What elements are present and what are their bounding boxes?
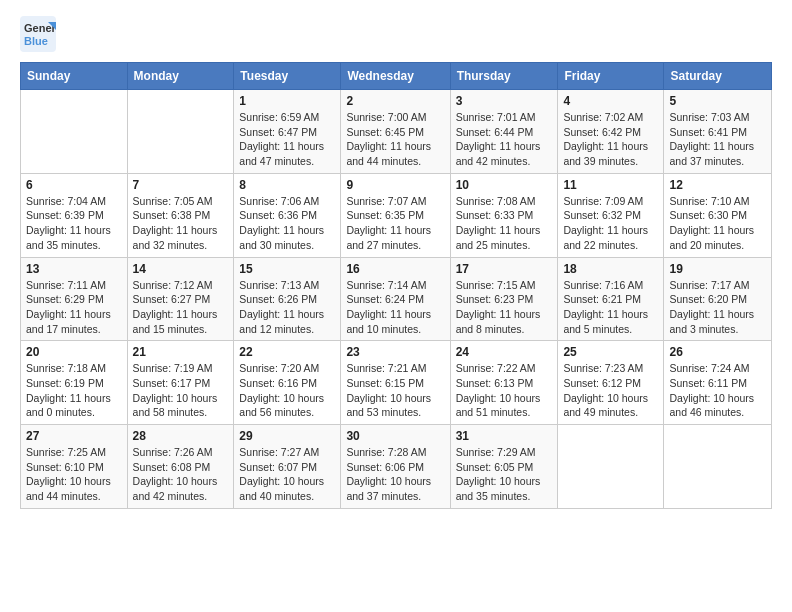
- col-saturday: Saturday: [664, 63, 772, 90]
- calendar-cell: 19Sunrise: 7:17 AMSunset: 6:20 PMDayligh…: [664, 257, 772, 341]
- day-number: 1: [239, 94, 335, 108]
- calendar-cell: 1Sunrise: 6:59 AMSunset: 6:47 PMDaylight…: [234, 90, 341, 174]
- day-number: 15: [239, 262, 335, 276]
- day-detail: Sunrise: 7:07 AMSunset: 6:35 PMDaylight:…: [346, 194, 444, 253]
- day-detail: Sunrise: 7:20 AMSunset: 6:16 PMDaylight:…: [239, 361, 335, 420]
- day-detail: Sunrise: 7:05 AMSunset: 6:38 PMDaylight:…: [133, 194, 229, 253]
- calendar-cell: 21Sunrise: 7:19 AMSunset: 6:17 PMDayligh…: [127, 341, 234, 425]
- day-detail: Sunrise: 7:23 AMSunset: 6:12 PMDaylight:…: [563, 361, 658, 420]
- day-number: 6: [26, 178, 122, 192]
- day-number: 14: [133, 262, 229, 276]
- calendar-cell: 3Sunrise: 7:01 AMSunset: 6:44 PMDaylight…: [450, 90, 558, 174]
- day-number: 29: [239, 429, 335, 443]
- day-number: 30: [346, 429, 444, 443]
- day-detail: Sunrise: 7:08 AMSunset: 6:33 PMDaylight:…: [456, 194, 553, 253]
- day-detail: Sunrise: 7:15 AMSunset: 6:23 PMDaylight:…: [456, 278, 553, 337]
- calendar-cell: 24Sunrise: 7:22 AMSunset: 6:13 PMDayligh…: [450, 341, 558, 425]
- day-detail: Sunrise: 7:18 AMSunset: 6:19 PMDaylight:…: [26, 361, 122, 420]
- day-number: 22: [239, 345, 335, 359]
- day-detail: Sunrise: 7:17 AMSunset: 6:20 PMDaylight:…: [669, 278, 766, 337]
- day-detail: Sunrise: 7:29 AMSunset: 6:05 PMDaylight:…: [456, 445, 553, 504]
- day-detail: Sunrise: 7:06 AMSunset: 6:36 PMDaylight:…: [239, 194, 335, 253]
- calendar-week-3: 20Sunrise: 7:18 AMSunset: 6:19 PMDayligh…: [21, 341, 772, 425]
- day-detail: Sunrise: 7:26 AMSunset: 6:08 PMDaylight:…: [133, 445, 229, 504]
- day-detail: Sunrise: 7:12 AMSunset: 6:27 PMDaylight:…: [133, 278, 229, 337]
- calendar-cell: 28Sunrise: 7:26 AMSunset: 6:08 PMDayligh…: [127, 425, 234, 509]
- day-number: 2: [346, 94, 444, 108]
- day-detail: Sunrise: 7:28 AMSunset: 6:06 PMDaylight:…: [346, 445, 444, 504]
- calendar-cell: 29Sunrise: 7:27 AMSunset: 6:07 PMDayligh…: [234, 425, 341, 509]
- day-number: 7: [133, 178, 229, 192]
- calendar-week-4: 27Sunrise: 7:25 AMSunset: 6:10 PMDayligh…: [21, 425, 772, 509]
- calendar-cell: 13Sunrise: 7:11 AMSunset: 6:29 PMDayligh…: [21, 257, 128, 341]
- calendar-cell: 15Sunrise: 7:13 AMSunset: 6:26 PMDayligh…: [234, 257, 341, 341]
- day-detail: Sunrise: 7:03 AMSunset: 6:41 PMDaylight:…: [669, 110, 766, 169]
- day-detail: Sunrise: 7:24 AMSunset: 6:11 PMDaylight:…: [669, 361, 766, 420]
- calendar-cell: 25Sunrise: 7:23 AMSunset: 6:12 PMDayligh…: [558, 341, 664, 425]
- day-detail: Sunrise: 7:01 AMSunset: 6:44 PMDaylight:…: [456, 110, 553, 169]
- col-wednesday: Wednesday: [341, 63, 450, 90]
- calendar-cell: [558, 425, 664, 509]
- day-number: 17: [456, 262, 553, 276]
- day-number: 8: [239, 178, 335, 192]
- calendar-cell: [21, 90, 128, 174]
- day-detail: Sunrise: 7:27 AMSunset: 6:07 PMDaylight:…: [239, 445, 335, 504]
- day-number: 20: [26, 345, 122, 359]
- calendar-cell: 31Sunrise: 7:29 AMSunset: 6:05 PMDayligh…: [450, 425, 558, 509]
- calendar-cell: 27Sunrise: 7:25 AMSunset: 6:10 PMDayligh…: [21, 425, 128, 509]
- calendar-cell: 16Sunrise: 7:14 AMSunset: 6:24 PMDayligh…: [341, 257, 450, 341]
- day-number: 21: [133, 345, 229, 359]
- day-number: 13: [26, 262, 122, 276]
- calendar-cell: 20Sunrise: 7:18 AMSunset: 6:19 PMDayligh…: [21, 341, 128, 425]
- day-detail: Sunrise: 7:00 AMSunset: 6:45 PMDaylight:…: [346, 110, 444, 169]
- day-number: 4: [563, 94, 658, 108]
- header-row: Sunday Monday Tuesday Wednesday Thursday…: [21, 63, 772, 90]
- col-monday: Monday: [127, 63, 234, 90]
- day-detail: Sunrise: 7:02 AMSunset: 6:42 PMDaylight:…: [563, 110, 658, 169]
- day-detail: Sunrise: 7:04 AMSunset: 6:39 PMDaylight:…: [26, 194, 122, 253]
- day-detail: Sunrise: 7:16 AMSunset: 6:21 PMDaylight:…: [563, 278, 658, 337]
- calendar-cell: 7Sunrise: 7:05 AMSunset: 6:38 PMDaylight…: [127, 173, 234, 257]
- day-number: 10: [456, 178, 553, 192]
- calendar-cell: [127, 90, 234, 174]
- day-detail: Sunrise: 7:14 AMSunset: 6:24 PMDaylight:…: [346, 278, 444, 337]
- col-tuesday: Tuesday: [234, 63, 341, 90]
- calendar-cell: 10Sunrise: 7:08 AMSunset: 6:33 PMDayligh…: [450, 173, 558, 257]
- day-number: 27: [26, 429, 122, 443]
- calendar-week-0: 1Sunrise: 6:59 AMSunset: 6:47 PMDaylight…: [21, 90, 772, 174]
- day-number: 25: [563, 345, 658, 359]
- calendar-week-2: 13Sunrise: 7:11 AMSunset: 6:29 PMDayligh…: [21, 257, 772, 341]
- day-number: 18: [563, 262, 658, 276]
- logo: General Blue: [20, 16, 56, 52]
- calendar-cell: [664, 425, 772, 509]
- calendar-cell: 18Sunrise: 7:16 AMSunset: 6:21 PMDayligh…: [558, 257, 664, 341]
- day-number: 24: [456, 345, 553, 359]
- day-detail: Sunrise: 7:22 AMSunset: 6:13 PMDaylight:…: [456, 361, 553, 420]
- day-detail: Sunrise: 6:59 AMSunset: 6:47 PMDaylight:…: [239, 110, 335, 169]
- calendar-cell: 8Sunrise: 7:06 AMSunset: 6:36 PMDaylight…: [234, 173, 341, 257]
- calendar-cell: 6Sunrise: 7:04 AMSunset: 6:39 PMDaylight…: [21, 173, 128, 257]
- day-detail: Sunrise: 7:25 AMSunset: 6:10 PMDaylight:…: [26, 445, 122, 504]
- col-friday: Friday: [558, 63, 664, 90]
- day-number: 12: [669, 178, 766, 192]
- day-number: 16: [346, 262, 444, 276]
- calendar-cell: 30Sunrise: 7:28 AMSunset: 6:06 PMDayligh…: [341, 425, 450, 509]
- calendar-cell: 17Sunrise: 7:15 AMSunset: 6:23 PMDayligh…: [450, 257, 558, 341]
- day-number: 9: [346, 178, 444, 192]
- day-number: 23: [346, 345, 444, 359]
- day-number: 19: [669, 262, 766, 276]
- day-detail: Sunrise: 7:19 AMSunset: 6:17 PMDaylight:…: [133, 361, 229, 420]
- day-number: 26: [669, 345, 766, 359]
- calendar-table: Sunday Monday Tuesday Wednesday Thursday…: [20, 62, 772, 509]
- day-detail: Sunrise: 7:11 AMSunset: 6:29 PMDaylight:…: [26, 278, 122, 337]
- calendar-cell: 11Sunrise: 7:09 AMSunset: 6:32 PMDayligh…: [558, 173, 664, 257]
- day-detail: Sunrise: 7:13 AMSunset: 6:26 PMDaylight:…: [239, 278, 335, 337]
- day-detail: Sunrise: 7:09 AMSunset: 6:32 PMDaylight:…: [563, 194, 658, 253]
- col-thursday: Thursday: [450, 63, 558, 90]
- day-number: 31: [456, 429, 553, 443]
- day-detail: Sunrise: 7:21 AMSunset: 6:15 PMDaylight:…: [346, 361, 444, 420]
- logo-icon: General Blue: [20, 16, 56, 52]
- calendar-cell: 9Sunrise: 7:07 AMSunset: 6:35 PMDaylight…: [341, 173, 450, 257]
- day-number: 11: [563, 178, 658, 192]
- calendar-cell: 5Sunrise: 7:03 AMSunset: 6:41 PMDaylight…: [664, 90, 772, 174]
